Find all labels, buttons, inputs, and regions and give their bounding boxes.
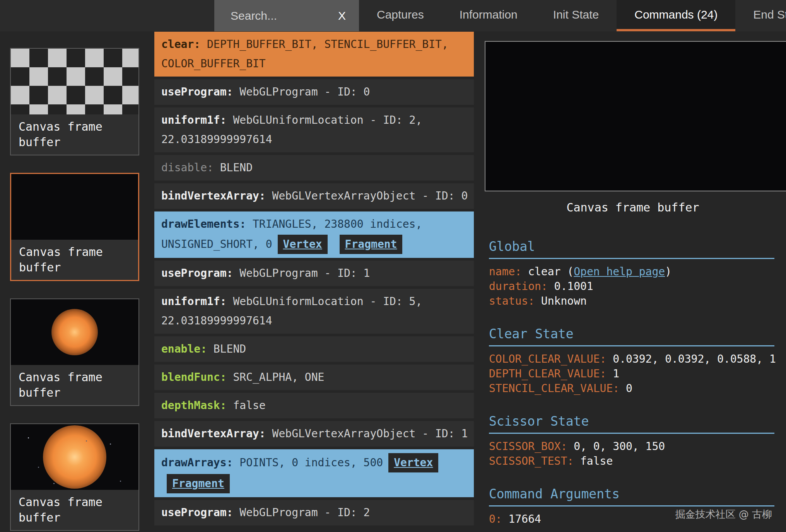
command-row-useProgram-13[interactable]: useProgram: WebGLProgram - ID: 2 bbox=[154, 500, 474, 525]
state-key: SCISSOR_TEST: bbox=[489, 455, 580, 467]
command-name: useProgram: bbox=[161, 267, 233, 280]
checkerboard-preview-image bbox=[11, 49, 138, 114]
state-row-duration: duration: 0.1001 bbox=[489, 279, 774, 294]
thumbnail-label: Canvas frame buffer bbox=[11, 490, 138, 530]
command-args: false bbox=[227, 399, 266, 412]
state-key: status: bbox=[489, 295, 541, 307]
search-clear-button[interactable]: X bbox=[334, 9, 359, 22]
fragment-shader-button[interactable]: Fragment bbox=[340, 235, 403, 254]
state-value: false bbox=[580, 455, 613, 467]
section-global: Globalname: clear (Open help page)durati… bbox=[489, 239, 774, 309]
capture-thumbnail-2[interactable]: Canvas frame buffer bbox=[10, 298, 139, 406]
command-name: disable: bbox=[161, 161, 214, 174]
state-value: Unknown bbox=[541, 295, 587, 307]
state-row-name: name: clear (Open help page) bbox=[489, 264, 774, 279]
section-title: Command Arguments bbox=[489, 486, 774, 506]
command-name: uniform1f: bbox=[161, 295, 227, 308]
capture-thumbnail-1[interactable]: Canvas frame buffer bbox=[10, 173, 139, 281]
detail-sections: Globalname: clear (Open help page)durati… bbox=[489, 239, 774, 527]
command-name: blendFunc: bbox=[161, 371, 227, 384]
state-value: 17664 bbox=[509, 513, 541, 525]
star-dots bbox=[28, 437, 29, 438]
particle-burst bbox=[51, 309, 98, 355]
state-value: 1 bbox=[613, 367, 619, 380]
state-value: 0 bbox=[626, 382, 632, 395]
state-row-scissor-box: SCISSOR_BOX: 0, 0, 300, 150 bbox=[489, 439, 774, 454]
state-value: 0, 0, 300, 150 bbox=[574, 440, 665, 453]
tab-init-state[interactable]: Init State bbox=[535, 0, 617, 31]
state-key: 0: bbox=[489, 513, 509, 525]
tab-end-state[interactable]: End State bbox=[735, 0, 786, 31]
canvas-preview bbox=[485, 41, 786, 191]
vertex-shader-button[interactable]: Vertex bbox=[278, 235, 328, 254]
command-args: SRC_ALPHA, ONE bbox=[227, 371, 325, 384]
command-row-clear-0[interactable]: clear: DEPTH_BUFFER_BIT, STENCIL_BUFFER_… bbox=[154, 32, 474, 77]
state-row-depth-clear-value: DEPTH_CLEAR_VALUE: 1 bbox=[489, 367, 774, 381]
command-row-blendFunc-9[interactable]: blendFunc: SRC_ALPHA, ONE bbox=[154, 365, 474, 390]
command-name: useProgram: bbox=[161, 506, 233, 519]
command-row-bindVertexArray-11[interactable]: bindVertexArray: WebGLVertexArrayObject … bbox=[154, 421, 474, 447]
state-value: 0.0392, 0.0392, 0.0588, 1 bbox=[613, 353, 776, 365]
capture-thumbnail-0[interactable]: Canvas frame buffer bbox=[10, 48, 139, 155]
command-list: clear: DEPTH_BUFFER_BIT, STENCIL_BUFFER_… bbox=[154, 32, 474, 525]
command-row-bindVertexArray-4[interactable]: bindVertexArray: WebGLVertexArrayObject … bbox=[154, 183, 474, 209]
command-row-useProgram-1[interactable]: useProgram: WebGLProgram - ID: 0 bbox=[154, 79, 474, 105]
burst-large-preview-image bbox=[11, 424, 138, 490]
particle-burst bbox=[43, 425, 106, 489]
state-key: duration: bbox=[489, 280, 554, 293]
state-key: STENCIL_CLEAR_VALUE: bbox=[489, 382, 626, 395]
search-box: X bbox=[214, 0, 359, 31]
command-name: clear: bbox=[161, 38, 200, 51]
command-args: WebGLVertexArrayObject - ID: 1 bbox=[266, 427, 468, 440]
section-rows: COLOR_CLEAR_VALUE: 0.0392, 0.0392, 0.058… bbox=[489, 352, 774, 396]
section-title: Scissor State bbox=[489, 414, 774, 434]
state-key: name: bbox=[489, 265, 528, 278]
command-name: drawElements: bbox=[161, 218, 246, 230]
canvas-caption: Canvas frame buffer bbox=[480, 201, 786, 214]
command-args: POINTS, 0 indices, 500 bbox=[233, 456, 383, 469]
command-row-uniform1f-7[interactable]: uniform1f: WebGLUniformLocation - ID: 5,… bbox=[154, 289, 474, 334]
tab-captures[interactable]: Captures bbox=[359, 0, 442, 31]
state-row-stencil-clear-value: STENCIL_CLEAR_VALUE: 0 bbox=[489, 381, 774, 396]
burst-small-preview-image bbox=[11, 299, 138, 365]
command-row-enable-8[interactable]: enable: BLEND bbox=[154, 336, 474, 362]
state-row-scissor-test: SCISSOR_TEST: false bbox=[489, 454, 774, 469]
command-name: uniform1f: bbox=[161, 114, 227, 126]
section-rows: name: clear (Open help page)duration: 0.… bbox=[489, 264, 774, 309]
state-row-status: status: Unknown bbox=[489, 294, 774, 309]
capture-thumbnail-3[interactable]: Canvas frame buffer bbox=[10, 423, 139, 531]
command-name: enable: bbox=[161, 343, 207, 355]
state-key: DEPTH_CLEAR_VALUE: bbox=[489, 367, 613, 380]
command-args: BLEND bbox=[207, 343, 246, 355]
command-row-disable-3[interactable]: disable: BLEND bbox=[154, 155, 474, 181]
command-args: WebGLProgram - ID: 0 bbox=[233, 85, 370, 98]
search-input[interactable] bbox=[214, 9, 334, 22]
command-name: useProgram: bbox=[161, 85, 233, 98]
tab-bar: CapturesInformationInit StateCommands (2… bbox=[359, 0, 786, 31]
command-row-drawElements-5[interactable]: drawElements: TRIANGLES, 238800 indices,… bbox=[154, 211, 474, 258]
vertex-shader-button[interactable]: Vertex bbox=[388, 453, 438, 472]
command-args: BLEND bbox=[214, 161, 253, 174]
command-row-depthMask-10[interactable]: depthMask: false bbox=[154, 393, 474, 418]
command-args: WebGLProgram - ID: 2 bbox=[233, 506, 370, 519]
section-title: Global bbox=[489, 239, 774, 259]
state-key: SCISSOR_BOX: bbox=[489, 440, 574, 453]
thumbnail-label: Canvas frame buffer bbox=[11, 365, 138, 405]
command-row-drawArrays-12[interactable]: drawArrays: POINTS, 0 indices, 500Vertex… bbox=[154, 449, 474, 497]
command-row-uniform1f-2[interactable]: uniform1f: WebGLUniformLocation - ID: 2,… bbox=[154, 107, 474, 152]
open-help-page-link[interactable]: Open help page bbox=[574, 265, 665, 278]
state-value: 0.1001 bbox=[554, 280, 593, 293]
section-clear-state: Clear StateCOLOR_CLEAR_VALUE: 0.0392, 0.… bbox=[489, 326, 774, 396]
state-row-color-clear-value: COLOR_CLEAR_VALUE: 0.0392, 0.0392, 0.058… bbox=[489, 352, 774, 367]
command-name: bindVertexArray: bbox=[161, 189, 266, 202]
top-bar: X CapturesInformationInit StateCommands … bbox=[0, 0, 786, 31]
section-title: Clear State bbox=[489, 326, 774, 346]
tab-information[interactable]: Information bbox=[442, 0, 535, 31]
command-row-useProgram-6[interactable]: useProgram: WebGLProgram - ID: 1 bbox=[154, 261, 474, 286]
fragment-shader-button[interactable]: Fragment bbox=[167, 474, 230, 493]
command-args: WebGLVertexArrayObject - ID: 0 bbox=[266, 189, 468, 202]
tab-commands-24[interactable]: Commands (24) bbox=[617, 0, 735, 31]
thumbnail-label: Canvas frame buffer bbox=[11, 240, 138, 280]
command-name: bindVertexArray: bbox=[161, 427, 266, 440]
watermark: 掘金技术社区 @ 古柳 bbox=[675, 508, 772, 521]
